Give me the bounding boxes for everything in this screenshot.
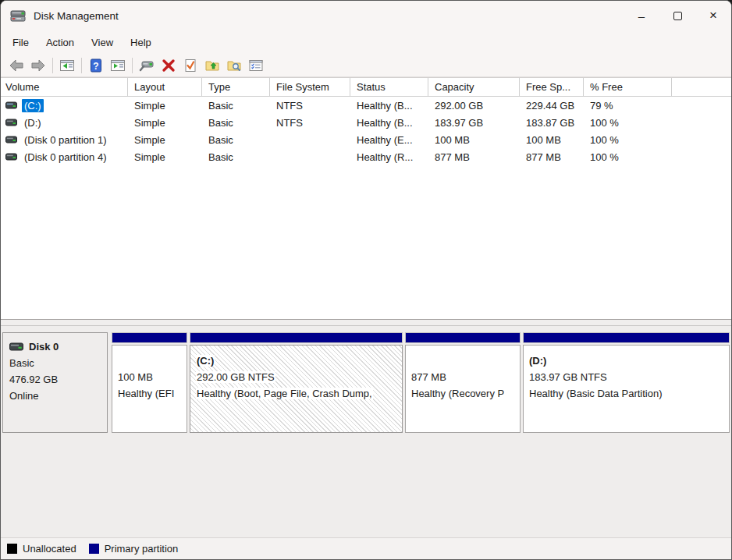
show-action-pane-button[interactable]: [107, 55, 129, 76]
disk-management-app-icon: [10, 9, 27, 23]
column-header-percent-free[interactable]: % Free: [584, 78, 672, 96]
volume-list-empty-area: [1, 165, 731, 319]
legend-item-unallocated: Unallocated: [7, 543, 76, 555]
disk-status: Online: [9, 388, 101, 404]
pane-splitter[interactable]: [1, 319, 731, 326]
partition-size: 100 MB: [118, 369, 183, 385]
column-header-free-space[interactable]: Free Sp...: [520, 78, 584, 96]
volume-name[interactable]: (Disk 0 partition 4): [22, 151, 108, 164]
column-header-capacity[interactable]: Capacity: [428, 78, 520, 96]
partition-status: Healthy (Basic Data Partition): [529, 385, 726, 402]
close-button[interactable]: ×: [695, 1, 731, 30]
partition-strip: 100 MB Healthy (EFI (C:) 292.00 GB NTFS …: [112, 332, 731, 433]
cell-capacity: 877 MB: [428, 151, 520, 163]
partition-name: (C:): [196, 355, 215, 367]
partition-status: Healthy (Boot, Page File, Crash Dump,: [196, 388, 373, 399]
console-tree-icon: [59, 58, 75, 73]
column-header-type[interactable]: Type: [202, 78, 270, 96]
folder-search-button[interactable]: [223, 55, 245, 76]
toolbar: ?: [1, 54, 731, 77]
partition-size: 877 MB: [411, 369, 517, 385]
partition-efi[interactable]: 100 MB Healthy (EFI: [112, 332, 187, 433]
cell-status: Healthy (R...: [350, 151, 428, 163]
maximize-button[interactable]: [659, 1, 695, 30]
folder-up-button[interactable]: [201, 55, 223, 76]
cell-free-space: 183.87 GB: [520, 117, 584, 129]
partition-status: Healthy (EFI: [118, 385, 183, 402]
help-button[interactable]: ?: [85, 55, 107, 76]
menu-file[interactable]: File: [4, 34, 37, 51]
cell-file-system: NTFS: [270, 117, 350, 129]
forward-button[interactable]: [27, 55, 49, 76]
delete-x-icon: [161, 58, 176, 73]
legend-label: Unallocated: [23, 543, 76, 555]
volume-name[interactable]: (D:): [22, 116, 44, 129]
back-arrow-icon: [9, 58, 24, 73]
cell-type: Basic: [202, 117, 270, 129]
delete-volume-button[interactable]: [158, 55, 179, 76]
properties-button[interactable]: [245, 55, 267, 76]
cell-file-system: NTFS: [270, 100, 350, 112]
partition-c[interactable]: (C:) 292.00 GB NTFS Healthy (Boot, Page …: [190, 332, 403, 433]
column-header-file-system[interactable]: File System: [270, 78, 350, 96]
partition-name: [411, 353, 517, 369]
legend-bar: Unallocated Primary partition: [1, 537, 731, 559]
window-title: Disk Management: [34, 10, 119, 22]
minimize-button[interactable]: –: [624, 1, 659, 30]
forward-arrow-icon: [30, 58, 46, 73]
partition-color-bar: [405, 332, 521, 343]
toolbar-separator: [132, 58, 133, 73]
cell-capacity: 292.00 GB: [428, 100, 520, 112]
help-icon: ?: [88, 58, 104, 73]
table-row[interactable]: (Disk 0 partition 1) Simple Basic Health…: [1, 131, 731, 148]
volume-name[interactable]: (C:): [22, 99, 44, 112]
column-header-status[interactable]: Status: [350, 78, 428, 96]
menu-bar: File Action View Help: [1, 30, 731, 54]
cell-percent-free: 100 %: [584, 117, 672, 129]
table-row[interactable]: (Disk 0 partition 4) Simple Basic Health…: [1, 148, 731, 165]
partition-color-bar: [112, 332, 187, 343]
column-header-blank: [672, 78, 731, 96]
cell-percent-free: 100 %: [584, 151, 672, 163]
graphical-view-empty-area: [1, 433, 731, 537]
show-console-tree-button[interactable]: [56, 55, 78, 76]
partition-d[interactable]: (D:) 183.97 GB NTFS Healthy (Basic Data …: [523, 332, 730, 433]
table-row[interactable]: (C:) Simple Basic NTFS Healthy (B... 292…: [1, 97, 731, 114]
primary-partition-swatch: [89, 544, 99, 554]
cell-type: Basic: [202, 151, 270, 163]
cell-capacity: 100 MB: [428, 134, 520, 146]
volume-drive-icon: [5, 136, 17, 144]
volume-list-pane: Volume Layout Type File System Status Ca…: [1, 77, 731, 319]
legend-label: Primary partition: [105, 543, 179, 555]
disk0-info-panel[interactable]: Disk 0 Basic 476.92 GB Online: [2, 332, 108, 433]
cell-type: Basic: [202, 134, 270, 146]
disk-type: Basic: [9, 355, 101, 371]
column-header-volume[interactable]: Volume: [1, 78, 128, 96]
menu-action[interactable]: Action: [37, 34, 83, 51]
cell-layout: Simple: [128, 151, 202, 163]
properties-icon: [248, 58, 264, 73]
partition-size: 292.00 GB NTFS: [196, 371, 275, 383]
volume-name[interactable]: (Disk 0 partition 1): [22, 133, 108, 147]
column-header-layout[interactable]: Layout: [128, 78, 202, 96]
rescan-disks-button[interactable]: [136, 55, 158, 76]
cell-percent-free: 100 %: [584, 134, 672, 146]
partition-recovery[interactable]: 877 MB Healthy (Recovery P: [405, 332, 521, 433]
cell-status: Healthy (B...: [350, 100, 428, 112]
menu-view[interactable]: View: [83, 34, 122, 51]
menu-help[interactable]: Help: [122, 34, 160, 51]
back-button[interactable]: [5, 55, 27, 76]
volume-drive-icon: [5, 153, 17, 161]
maximize-icon: [673, 12, 682, 20]
folder-up-icon: [204, 58, 220, 73]
volume-list-header: Volume Layout Type File System Status Ca…: [1, 78, 731, 97]
action-pane-icon: [110, 58, 126, 73]
svg-text:?: ?: [93, 60, 98, 71]
table-row[interactable]: (D:) Simple Basic NTFS Healthy (B... 183…: [1, 114, 731, 131]
cell-free-space: 877 MB: [520, 151, 584, 163]
cell-status: Healthy (B...: [350, 117, 428, 129]
disk-name: Disk 0: [29, 338, 59, 355]
mark-partition-active-button[interactable]: [179, 55, 201, 76]
partition-color-bar: [190, 332, 403, 343]
cell-layout: Simple: [128, 134, 202, 146]
